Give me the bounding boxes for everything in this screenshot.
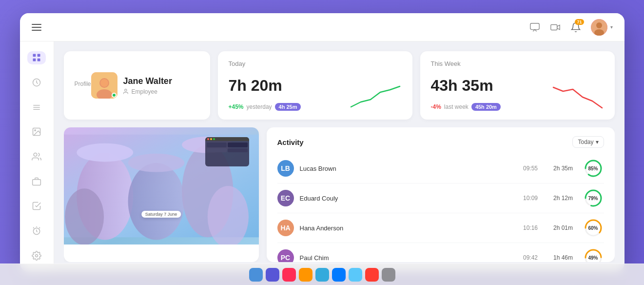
activity-time: 10:16 (517, 224, 544, 231)
activity-table: LB Lucas Brown 09:55 2h 35m 85% EC Eduar… (277, 154, 604, 262)
profile-card-label: Profile (75, 81, 91, 87)
svg-point-26 (128, 163, 184, 240)
activity-time: 09:42 (517, 254, 544, 261)
activity-progress: 60% (583, 217, 604, 239)
today-change-label: yesterday (247, 103, 272, 110)
progress-label: 85% (583, 158, 604, 179)
activity-avatar: PC (277, 249, 294, 262)
progress-label: 79% (583, 187, 604, 209)
sidebar-item-briefcase[interactable] (27, 175, 46, 188)
activity-duration: 2h 35m (550, 165, 577, 172)
profile-name: Jane Walter (123, 76, 172, 86)
activity-row: LB Lucas Brown 09:55 2h 35m 85% (277, 154, 604, 183)
activity-card: Activity Today ▾ LB Lucas Brown 09:55 2h… (267, 127, 615, 262)
svg-rect-7 (33, 59, 36, 61)
activity-duration: 2h 01m (550, 224, 577, 231)
screenshot-pill: Saturday 7 June (141, 211, 181, 218)
profile-role: Employee (123, 88, 172, 95)
activity-row: HA Hana Anderson 10:16 2h 01m 60% (277, 213, 604, 243)
menu-button[interactable] (32, 24, 41, 31)
today-card: Today 7h 20m +45% yesterday 4h 25m (218, 51, 412, 120)
sidebar-item-settings[interactable] (27, 249, 46, 262)
notifications-button[interactable]: 71 (570, 22, 581, 33)
video-icon[interactable] (550, 22, 561, 33)
today-badge: 4h 25m (275, 103, 301, 111)
activity-progress: 85% (583, 158, 604, 179)
activity-row: PC Paul Chim 09:42 1h 46m 49% (277, 243, 604, 262)
sidebar-item-task[interactable] (27, 200, 46, 213)
svg-point-22 (100, 79, 108, 87)
user-menu[interactable]: ▾ (591, 19, 613, 36)
sidebar-item-list[interactable] (27, 101, 46, 114)
header-right: 71 ▾ (529, 19, 613, 36)
svg-point-3 (596, 22, 602, 28)
header-left (32, 24, 41, 31)
chevron-down-icon: ▾ (610, 24, 613, 30)
activity-avatar: LB (277, 160, 294, 177)
activity-progress: 79% (583, 187, 604, 209)
notification-badge: 71 (575, 19, 584, 25)
activity-duration: 2h 12m (550, 195, 577, 202)
week-label: This Week (431, 60, 604, 67)
progress-circle: 60% (583, 217, 604, 239)
week-change-label: last week (444, 103, 468, 110)
chat-icon[interactable] (529, 22, 540, 33)
progress-circle: 79% (583, 187, 604, 209)
activity-duration: 1h 46m (550, 254, 577, 261)
sidebar-item-gallery[interactable] (27, 125, 46, 139)
sidebar-item-timer[interactable] (27, 224, 46, 238)
svg-point-18 (36, 254, 38, 257)
screenshot-card: Saturday 7 June (64, 127, 259, 262)
svg-point-23 (124, 89, 126, 91)
activity-filter-dropdown[interactable]: Today ▾ (572, 136, 604, 148)
today-label: Today (229, 60, 402, 67)
svg-point-14 (35, 130, 36, 131)
activity-progress: 49% (583, 247, 604, 262)
progress-circle: 49% (583, 247, 604, 262)
activity-avatar: HA (277, 220, 294, 236)
mini-screen (205, 137, 249, 166)
activity-name: Hana Anderson (300, 224, 511, 232)
svg-rect-16 (33, 180, 41, 185)
header-avatar (591, 19, 607, 36)
body: Profile (20, 41, 624, 272)
svg-rect-0 (530, 23, 539, 29)
svg-point-30 (77, 143, 133, 162)
sidebar-item-clock[interactable] (27, 76, 46, 89)
week-change: -4% (431, 103, 441, 110)
activity-time: 10:09 (517, 195, 544, 202)
sidebar (20, 41, 54, 272)
svg-rect-1 (550, 24, 557, 30)
today-chart (346, 82, 405, 112)
activity-avatar: EC (277, 190, 294, 206)
profile-meta: Jane Walter Employee (91, 72, 172, 99)
sidebar-item-team[interactable] (27, 150, 46, 163)
chevron-down-icon: ▾ (596, 139, 599, 145)
screenshot-image: Saturday 7 June (64, 127, 259, 244)
today-change: +45% (229, 103, 244, 110)
activity-name: Lucas Brown (300, 165, 511, 172)
activity-title: Activity (277, 138, 304, 146)
main-content: Profile (54, 41, 624, 272)
online-indicator (112, 93, 117, 98)
sidebar-item-dashboard[interactable] (27, 51, 46, 64)
progress-circle: 85% (583, 158, 604, 179)
svg-rect-5 (33, 54, 36, 57)
progress-label: 60% (583, 217, 604, 239)
activity-name: Paul Chim (300, 254, 511, 262)
activity-row: EC Eduard Couly 10:09 2h 12m 79% (277, 183, 604, 213)
svg-point-29 (65, 188, 104, 244)
profile-card: Profile (64, 51, 210, 120)
activity-header: Activity Today ▾ (277, 136, 604, 148)
svg-point-31 (128, 154, 184, 172)
activity-time: 09:55 (517, 165, 544, 172)
svg-point-15 (34, 153, 37, 157)
app-window: 71 ▾ (20, 13, 624, 272)
header: 71 ▾ (20, 13, 624, 41)
week-badge: 45h 20m (471, 103, 501, 111)
week-chart (548, 82, 607, 112)
svg-rect-6 (38, 54, 40, 57)
progress-label: 49% (583, 247, 604, 262)
bottom-row: Saturday 7 June (64, 127, 615, 262)
top-cards-row: Profile (64, 51, 615, 120)
